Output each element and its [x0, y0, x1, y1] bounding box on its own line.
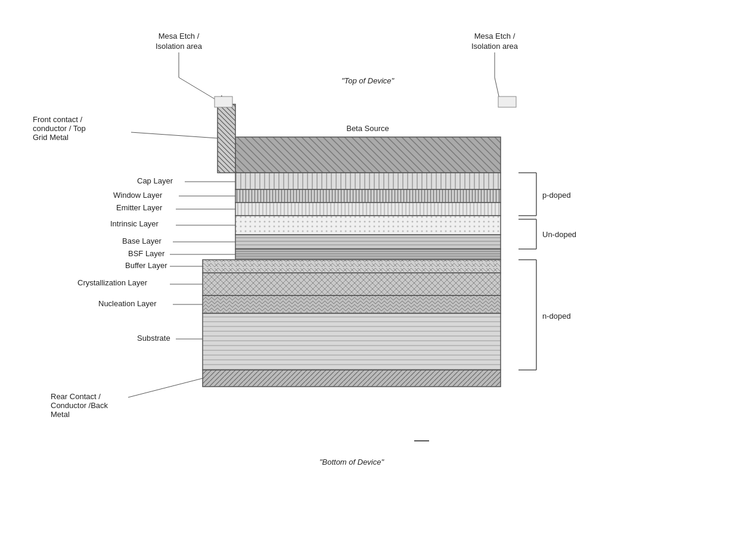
mesa-etch-right-label1: Mesa Etch / [474, 32, 516, 41]
rear-contact-layer [203, 370, 501, 387]
nucleation-layer [203, 295, 501, 313]
cap-layer-label: Cap Layer [137, 176, 173, 185]
mesa-etch-right-label2: Isolation area [471, 42, 518, 51]
crystallization-layer-label: Crystallization Layer [77, 278, 148, 287]
emitter-layer-label: Emitter Layer [116, 203, 163, 212]
front-contact-label3: Grid Metal [33, 133, 69, 142]
bsf-layer-label: BSF Layer [128, 249, 165, 258]
buffer-layer [203, 260, 501, 273]
mesa-etch-left-label2: Isolation area [156, 42, 203, 51]
substrate-label: Substrate [137, 334, 170, 343]
beta-source-layer [235, 137, 501, 173]
diagram-container: Front contact / conductor / Top Grid Met… [0, 0, 739, 560]
front-contact-label: Front contact / [33, 115, 82, 124]
mesa-etch-left-label1: Mesa Etch / [159, 32, 200, 41]
rear-contact-label: Rear Contact / [51, 392, 101, 401]
front-contact-label2: conductor / Top [33, 124, 86, 133]
front-contact-layer [218, 104, 235, 173]
base-layer [235, 235, 501, 249]
nucleation-layer-label: Nucleation Layer [98, 299, 157, 308]
rear-contact-label3: Metal [51, 410, 70, 419]
bsf-layer [235, 249, 501, 260]
crystallization-layer [203, 273, 501, 295]
top-of-device-label: "Top of Device" [341, 76, 395, 85]
window-layer-label: Window Layer [113, 191, 163, 200]
beta-source-label: Beta Source [346, 124, 389, 133]
svg-rect-48 [498, 97, 516, 107]
n-doped-label: n-doped [542, 312, 571, 321]
bottom-of-device-label: "Bottom of Device" [319, 458, 385, 466]
intrinsic-layer [235, 216, 501, 235]
base-layer-label: Base Layer [122, 237, 162, 245]
svg-rect-45 [215, 97, 232, 107]
window-layer [235, 189, 501, 203]
un-doped-label: Un-doped [542, 230, 576, 239]
intrinsic-layer-label: Intrinsic Layer [110, 219, 159, 228]
p-doped-label: p-doped [542, 191, 571, 200]
rear-contact-label2: Conductor /Back [51, 401, 108, 410]
cap-layer [235, 173, 501, 189]
substrate-layer [203, 313, 501, 370]
buffer-layer-label: Buffer Layer [125, 261, 167, 270]
emitter-layer [235, 203, 501, 216]
